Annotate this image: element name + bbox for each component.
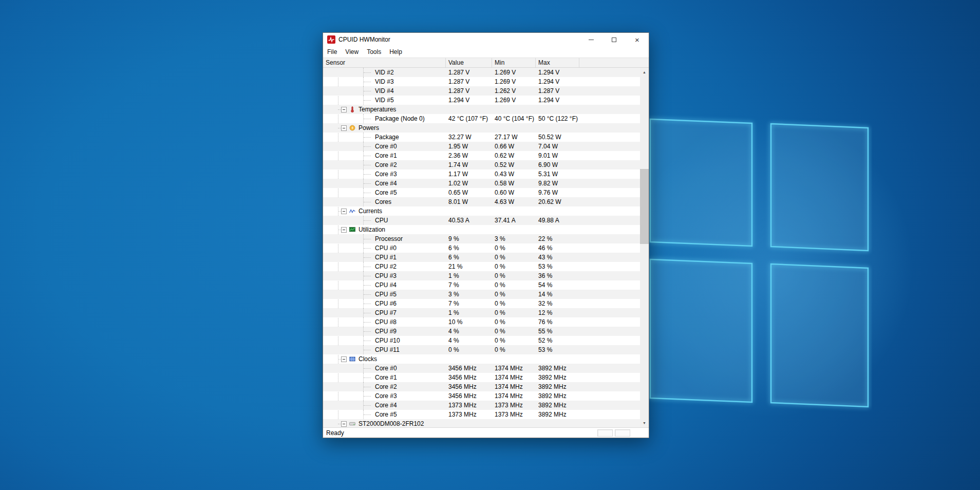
column-header-value[interactable]: Value bbox=[446, 58, 492, 67]
collapse-toggle-icon[interactable] bbox=[341, 227, 347, 233]
close-button[interactable]: × bbox=[626, 33, 649, 46]
tree-connector bbox=[364, 137, 371, 138]
sensor-row[interactable]: CPU #11 0 % 0 % 53 % bbox=[323, 345, 640, 354]
menu-item-help[interactable]: Help bbox=[385, 46, 406, 58]
sensor-row[interactable]: CPU #4 7 % 0 % 54 % bbox=[323, 280, 640, 290]
sensor-group-row[interactable]: Currents bbox=[323, 206, 640, 216]
tree-connector bbox=[364, 322, 371, 323]
sensor-label-cell: CPU #6 bbox=[323, 299, 446, 308]
sensor-row[interactable]: CPU #5 3 % 0 % 14 % bbox=[323, 290, 640, 299]
sensor-row[interactable]: VID #3 1.287 V 1.269 V 1.294 V bbox=[323, 77, 640, 86]
sensor-row[interactable]: Core #4 1373 MHz 1373 MHz 3892 MHz bbox=[323, 401, 640, 410]
sensor-row[interactable]: CPU #1 6 % 0 % 43 % bbox=[323, 253, 640, 262]
sensor-label-cell: Package (Node 0) bbox=[323, 114, 446, 123]
collapse-toggle-icon[interactable] bbox=[341, 107, 347, 112]
tree-connector bbox=[364, 156, 371, 156]
menu-item-view[interactable]: View bbox=[341, 46, 363, 58]
sensor-group-row[interactable]: Utilization bbox=[323, 225, 640, 234]
tree-connector bbox=[364, 248, 371, 249]
sensor-row[interactable]: VID #4 1.287 V 1.262 V 1.287 V bbox=[323, 86, 640, 96]
sensor-row[interactable]: Core #0 1.95 W 0.66 W 7.04 W bbox=[323, 142, 640, 151]
sensor-max: 76 % bbox=[536, 317, 579, 327]
sensor-row[interactable]: Core #5 0.65 W 0.60 W 9.76 W bbox=[323, 188, 640, 197]
sensor-row[interactable]: CPU 40.53 A 37.41 A 49.88 A bbox=[323, 216, 640, 225]
scroll-down-icon[interactable]: ▼ bbox=[640, 419, 649, 427]
sensor-min: 1374 MHz bbox=[492, 391, 536, 401]
column-header-sensor[interactable]: Sensor bbox=[323, 58, 446, 67]
sensor-group-row[interactable]: ST2000DM008-2FR102 bbox=[323, 419, 640, 427]
sensor-label: CPU #5 bbox=[375, 291, 397, 298]
collapse-toggle-icon[interactable] bbox=[341, 125, 347, 131]
sensor-max: 3892 MHz bbox=[536, 401, 579, 410]
scroll-up-icon[interactable]: ▲ bbox=[640, 68, 649, 77]
sensor-row[interactable]: Core #2 3456 MHz 1374 MHz 3892 MHz bbox=[323, 382, 640, 391]
sensor-label-cell: VID #4 bbox=[323, 86, 446, 96]
window-controls: × bbox=[579, 33, 649, 46]
sensor-row[interactable]: Core #2 1.74 W 0.52 W 6.90 W bbox=[323, 160, 640, 169]
sensor-value: 1 % bbox=[446, 271, 492, 280]
sensor-value: 3456 MHz bbox=[446, 391, 492, 401]
sensor-value: 6 % bbox=[446, 243, 492, 253]
sensor-row[interactable]: CPU #7 1 % 0 % 12 % bbox=[323, 308, 640, 317]
sensor-row[interactable]: Core #1 2.36 W 0.62 W 9.01 W bbox=[323, 151, 640, 160]
sensor-label: CPU #6 bbox=[375, 300, 397, 307]
tree-connector bbox=[364, 331, 371, 332]
sensor-row[interactable]: CPU #0 6 % 0 % 46 % bbox=[323, 243, 640, 253]
sensor-row[interactable]: CPU #6 7 % 0 % 32 % bbox=[323, 299, 640, 308]
disk-icon bbox=[349, 421, 356, 427]
sensor-min: 0 % bbox=[492, 299, 536, 308]
sensor-label-cell: CPU #5 bbox=[323, 290, 446, 299]
sensor-label-cell: VID #3 bbox=[323, 77, 446, 86]
sensor-min: 0.52 W bbox=[492, 160, 536, 169]
sensor-row[interactable]: Core #1 3456 MHz 1374 MHz 3892 MHz bbox=[323, 373, 640, 382]
sensor-row[interactable]: Processor 9 % 3 % 22 % bbox=[323, 234, 640, 243]
sensor-max: 49.88 A bbox=[536, 216, 579, 225]
sensor-row[interactable]: VID #5 1.294 V 1.269 V 1.294 V bbox=[323, 96, 640, 105]
collapse-toggle-icon[interactable] bbox=[341, 209, 347, 214]
scrollbar-track[interactable] bbox=[640, 77, 649, 419]
sensor-row[interactable]: CPU #3 1 % 0 % 36 % bbox=[323, 271, 640, 280]
sensor-row[interactable]: Core #5 1373 MHz 1373 MHz 3892 MHz bbox=[323, 410, 640, 419]
sensor-min: 0 % bbox=[492, 262, 536, 271]
menu-item-file[interactable]: File bbox=[323, 46, 341, 58]
currents-icon bbox=[349, 208, 356, 214]
sensor-row[interactable]: Core #0 3456 MHz 1374 MHz 3892 MHz bbox=[323, 364, 640, 373]
tree-connector bbox=[364, 387, 371, 387]
sensor-row[interactable]: CPU #8 10 % 0 % 76 % bbox=[323, 317, 640, 327]
tree-connector bbox=[364, 396, 371, 397]
sensor-row[interactable]: Package (Node 0) 42 °C (107 °F) 40 °C (1… bbox=[323, 114, 640, 123]
group-label-cell: Temperatures bbox=[323, 105, 446, 114]
sensor-row[interactable]: CPU #9 4 % 0 % 55 % bbox=[323, 327, 640, 336]
sensor-row[interactable]: Core #3 1.17 W 0.43 W 5.31 W bbox=[323, 169, 640, 179]
sensor-row[interactable]: Cores 8.01 W 4.63 W 20.62 W bbox=[323, 197, 640, 206]
sensor-group-row[interactable]: Clocks bbox=[323, 354, 640, 364]
column-header-min[interactable]: Min bbox=[492, 58, 536, 67]
sensor-row[interactable]: Core #3 3456 MHz 1374 MHz 3892 MHz bbox=[323, 391, 640, 401]
sensor-min: 37.41 A bbox=[492, 216, 536, 225]
sensor-label-cell: Core #3 bbox=[323, 391, 446, 401]
sensor-max: 3892 MHz bbox=[536, 391, 579, 401]
minimize-button[interactable] bbox=[579, 33, 602, 46]
sensor-value: 4 % bbox=[446, 336, 492, 345]
tree-connector bbox=[364, 294, 371, 295]
sensor-value: 3456 MHz bbox=[446, 382, 492, 391]
sensor-group-row[interactable]: Temperatures bbox=[323, 105, 640, 114]
sensor-row[interactable]: Package 32.27 W 27.17 W 50.52 W bbox=[323, 133, 640, 142]
sensor-value: 32.27 W bbox=[446, 133, 492, 142]
status-pane bbox=[597, 429, 613, 437]
title-bar[interactable]: CPUID HWMonitor × bbox=[323, 33, 649, 46]
maximize-button[interactable] bbox=[602, 33, 626, 46]
sensor-row[interactable]: CPU #10 4 % 0 % 52 % bbox=[323, 336, 640, 345]
sensor-group-row[interactable]: Powers bbox=[323, 123, 640, 133]
sensor-min: 0.62 W bbox=[492, 151, 536, 160]
column-header-max[interactable]: Max bbox=[536, 58, 579, 67]
scrollbar-thumb[interactable] bbox=[640, 169, 649, 244]
menu-item-tools[interactable]: Tools bbox=[363, 46, 385, 58]
sensor-row[interactable]: Core #4 1.02 W 0.58 W 9.82 W bbox=[323, 179, 640, 188]
sensor-row[interactable]: CPU #2 21 % 0 % 53 % bbox=[323, 262, 640, 271]
collapse-toggle-icon[interactable] bbox=[341, 356, 347, 362]
sensor-label: Core #1 bbox=[375, 152, 397, 159]
vertical-scrollbar[interactable]: ▲ ▼ bbox=[640, 68, 649, 427]
collapse-toggle-icon[interactable] bbox=[341, 421, 347, 427]
sensor-row[interactable]: VID #2 1.287 V 1.269 V 1.294 V bbox=[323, 68, 640, 77]
